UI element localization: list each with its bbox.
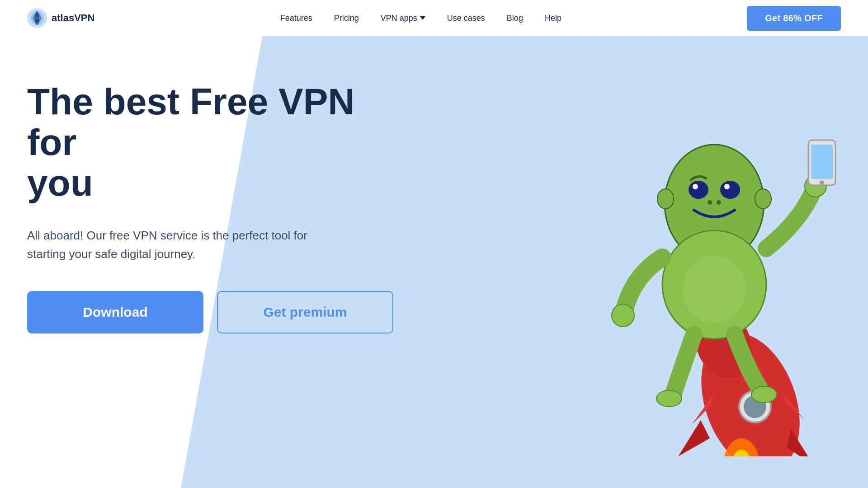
nav-item-help[interactable]: Help (545, 14, 561, 23)
download-button[interactable]: Download (27, 291, 203, 333)
svg-point-22 (683, 255, 746, 323)
svg-rect-26 (811, 145, 833, 179)
nav-links: Features Pricing VPN apps Use cases Blog… (280, 14, 561, 23)
hero-content: The best Free VPN for you All aboard! Ou… (0, 36, 362, 333)
nav-item-vpnapps[interactable]: VPN apps (381, 14, 425, 23)
svg-point-15 (693, 184, 698, 189)
logo-text: atlasVPN (52, 12, 94, 24)
logo[interactable]: atlasVPN (27, 8, 94, 28)
svg-marker-4 (678, 420, 710, 456)
hero-title: The best Free VPN for you (27, 81, 362, 204)
hero-subtitle: All aboard! Our free VPN service is the … (27, 226, 316, 264)
nav-item-pricing[interactable]: Pricing (334, 14, 359, 23)
logo-icon (27, 8, 47, 28)
svg-point-16 (724, 184, 730, 189)
nav-item-features[interactable]: Features (280, 14, 312, 23)
svg-point-27 (820, 180, 824, 185)
svg-point-17 (708, 200, 712, 205)
nav-item-usecases[interactable]: Use cases (447, 14, 485, 23)
svg-point-20 (755, 189, 771, 209)
svg-point-19 (657, 189, 674, 209)
svg-point-14 (720, 181, 740, 199)
svg-point-13 (689, 181, 708, 199)
svg-point-29 (751, 386, 777, 403)
hero-buttons: Download Get premium (27, 291, 362, 333)
get-premium-button[interactable]: Get premium (217, 291, 393, 333)
hero-section: The best Free VPN for you All aboard! Ou… (0, 36, 868, 488)
mascot-svg (561, 50, 868, 456)
mascot-illustration (561, 50, 868, 456)
chevron-down-icon (420, 16, 425, 20)
nav-item-blog[interactable]: Blog (507, 14, 523, 23)
svg-point-28 (656, 390, 682, 407)
svg-point-23 (612, 304, 634, 327)
svg-point-18 (717, 200, 721, 205)
get-discount-button[interactable]: Get 86% OFF (747, 6, 841, 31)
navbar: atlasVPN Features Pricing VPN apps Use c… (0, 0, 868, 36)
